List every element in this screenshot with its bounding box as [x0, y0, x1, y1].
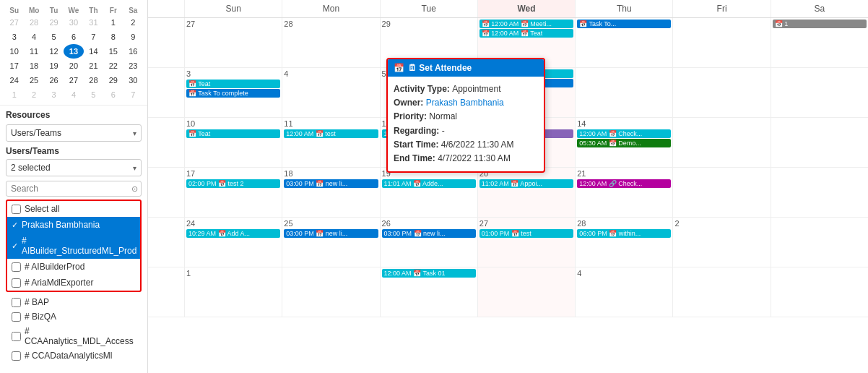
cal-day-1[interactable]: 1: [4, 87, 24, 102]
event-task-tooltip[interactable]: 📅 Task To...: [577, 20, 671, 28]
cal-day-4[interactable]: 4: [24, 30, 43, 44]
cal-day-16[interactable]: 16: [123, 44, 143, 59]
cal-day-21[interactable]: 21: [84, 59, 103, 73]
cal-day-5[interactable]: 5: [44, 30, 64, 44]
event-within28[interactable]: 06:00 PM 📅 within...: [577, 229, 671, 238]
tooltip-activity-type: Activity Type: Appointment: [394, 82, 538, 96]
week-label-5: [148, 218, 184, 267]
cal-day-8[interactable]: 8: [103, 30, 123, 44]
cal-day-31[interactable]: 31: [84, 15, 103, 30]
cal-day-7[interactable]: 7: [123, 87, 143, 102]
user-item-aibuilder-prod[interactable]: # AIBuilderProd: [7, 259, 140, 275]
cal-day-12[interactable]: 12: [44, 44, 64, 59]
cal-day-25[interactable]: 25: [24, 73, 43, 87]
search-icon: ⊙: [131, 184, 138, 194]
cal-day-3[interactable]: 3: [4, 30, 24, 44]
cal-day-6[interactable]: 6: [103, 87, 123, 102]
event-newli25[interactable]: 03:00 PM 📅 new li...: [284, 229, 378, 238]
calendar-header: Sun Mon Tue Wed Thu Fri Sa: [148, 0, 868, 18]
cal-day-5[interactable]: 5: [84, 87, 103, 102]
cal-day-3[interactable]: 3: [44, 87, 64, 102]
event-test2[interactable]: 02:00 PM 📅 test 2: [186, 179, 280, 188]
event-newli26[interactable]: 03:00 PM 📅 new li...: [382, 229, 476, 238]
cal-day-29[interactable]: 29: [103, 73, 123, 87]
day-19: 19 11:01 AM 📅 Adde...: [380, 168, 477, 217]
cal-day-20[interactable]: 20: [64, 59, 83, 73]
event-test27[interactable]: 01:00 PM 📅 test: [479, 229, 573, 238]
cal-day-26[interactable]: 26: [44, 73, 64, 87]
cal-day-15[interactable]: 15: [103, 44, 123, 59]
extra-item-ccadata[interactable]: # CCADataAnalyticsMl: [9, 348, 139, 363]
users-teams-dropdown-list: Select all ✓ Prakash Bambhania ✓ # AIBui…: [6, 200, 142, 292]
day-sa5: [771, 218, 868, 267]
event-task-complete[interactable]: 📅 Task To complete: [186, 89, 280, 98]
cal-day-9[interactable]: 9: [123, 30, 143, 44]
cal-day-14[interactable]: 14: [84, 44, 103, 59]
select-all-checkbox[interactable]: [12, 205, 21, 214]
extra-item-bap[interactable]: # BAP: [9, 295, 139, 309]
check-icon: ✓: [12, 220, 18, 230]
aria-checkbox[interactable]: [12, 278, 21, 288]
tooltip-end-time: End Time: 4/7/2022 11:30 AM: [394, 152, 538, 166]
extra-item-cca[interactable]: # CCAAnalytics_MDL_Access: [9, 324, 139, 348]
cal-day-30[interactable]: 30: [123, 73, 143, 87]
cal-day-28[interactable]: 28: [24, 15, 43, 30]
selected-count-dropdown[interactable]: 2 selected ▾: [6, 159, 142, 176]
event-teat2[interactable]: 📅 Teat: [186, 80, 280, 88]
cal-day-17[interactable]: 17: [4, 59, 24, 73]
user-item-aibuilder-structured[interactable]: ✓ # AIBuilder_StructuredML_Prod: [7, 233, 140, 259]
resources-title: Resources: [6, 110, 142, 120]
user-item-aria[interactable]: # AriaMdlExporter: [7, 275, 140, 291]
cal-day-18[interactable]: 18: [24, 59, 43, 73]
cal-day-27[interactable]: 27: [64, 73, 83, 87]
cal-day-27[interactable]: 27: [4, 15, 24, 30]
event-teat1[interactable]: 📅 12:00 AM 📅 Teat: [479, 29, 573, 38]
cal-day-10[interactable]: 10: [4, 44, 24, 59]
ccadata-checkbox[interactable]: [12, 351, 21, 361]
event-appoi20[interactable]: 11:02 AM 📅 Appoi...: [479, 179, 573, 188]
cal-day-29[interactable]: 29: [44, 15, 64, 30]
cal-day-6[interactable]: 6: [64, 30, 83, 44]
search-input[interactable]: [6, 181, 142, 197]
day-thu2: [575, 68, 672, 117]
event-adde19[interactable]: 11:01 AM 📅 Adde...: [382, 179, 476, 188]
day-24: 24 10:29 AM 📅 Add A...: [184, 218, 282, 267]
cal-day-30[interactable]: 30: [64, 15, 83, 30]
resource-type-dropdown[interactable]: Users/Teams ▾: [6, 124, 142, 142]
event-adda24[interactable]: 10:29 AM 📅 Add A...: [186, 229, 280, 238]
extra-item-bizqa[interactable]: # BizQA: [9, 309, 139, 324]
event-demo14[interactable]: 05:30 AM 📅 Demo...: [577, 139, 671, 147]
event-task01[interactable]: 12:00 AM 📅 Task 01: [382, 269, 476, 278]
event-test11[interactable]: 12:00 AM 📅 test: [284, 129, 378, 138]
select-all-item[interactable]: Select all: [7, 201, 140, 217]
check-icon-2: ✓: [12, 241, 18, 251]
cal-day-2[interactable]: 2: [24, 87, 43, 102]
cal-day-2[interactable]: 2: [123, 15, 143, 30]
cal-day-22[interactable]: 22: [103, 59, 123, 73]
event-check14[interactable]: 12:00 AM 📅 Check...: [577, 129, 671, 138]
cal-day-24[interactable]: 24: [4, 73, 24, 87]
cal-day-7[interactable]: 7: [84, 30, 103, 44]
day-lb3: 12:00 AM 📅 Task 01: [380, 267, 477, 317]
event-teat3[interactable]: 📅 Teat: [186, 129, 280, 138]
bap-checkbox[interactable]: [12, 298, 21, 307]
header-sat: Sa: [771, 0, 868, 17]
event-check21[interactable]: 12:00 AM 🔗 Check...: [577, 179, 671, 188]
cal-day-19[interactable]: 19: [44, 59, 64, 73]
cal-day-23[interactable]: 23: [123, 59, 143, 73]
cal-day-28[interactable]: 28: [84, 73, 103, 87]
user-item-prakash[interactable]: ✓ Prakash Bambhania: [7, 217, 140, 233]
day-fri4: [672, 168, 770, 217]
cca-checkbox[interactable]: [12, 332, 21, 341]
cal-day-1[interactable]: 1: [103, 15, 123, 30]
tooltip-header: 📅 🗓 Set Attendee: [388, 59, 544, 77]
event-1[interactable]: 📅 1: [773, 20, 867, 28]
header-mon: Mon: [282, 0, 379, 17]
cal-day-11[interactable]: 11: [24, 44, 43, 59]
event-meeting[interactable]: 📅 12:00 AM 📅 Meeti...: [479, 20, 573, 28]
event-newli18[interactable]: 03:00 PM 📅 new li...: [284, 179, 378, 188]
aibuilder-prod-checkbox[interactable]: [12, 262, 21, 272]
cal-day-4[interactable]: 4: [64, 87, 83, 102]
bizqa-checkbox[interactable]: [12, 312, 21, 322]
cal-day-13[interactable]: 13: [64, 44, 83, 59]
